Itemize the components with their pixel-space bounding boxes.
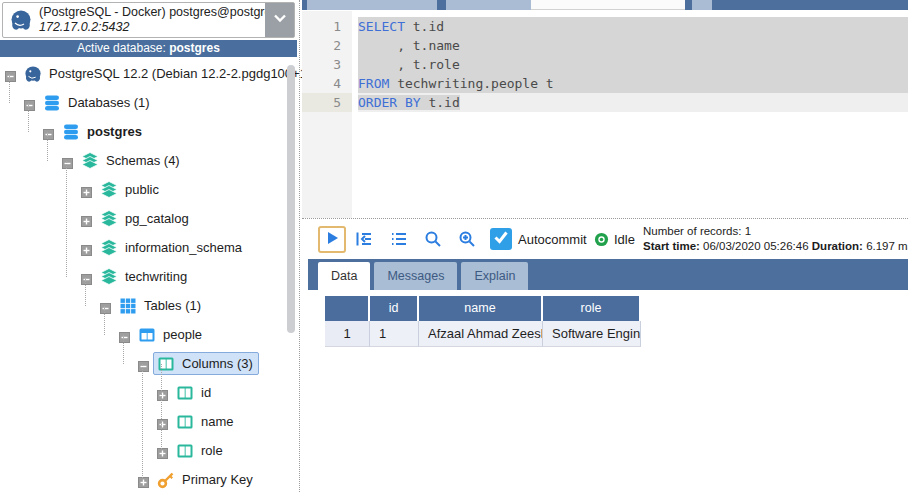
tree-scrollbar[interactable] [287,65,295,333]
tree-node[interactable]: public [96,178,165,201]
tree-item-people[interactable]: people [0,320,297,349]
tree-node[interactable]: Primary Key [153,468,259,491]
column-header-role[interactable]: role [543,296,641,321]
collapse-toggle-icon[interactable] [81,271,92,282]
active-database-name: postgres [169,41,220,55]
tree-node[interactable]: id [172,381,217,404]
search-button[interactable] [423,229,443,249]
collapse-toggle-icon[interactable] [138,358,149,369]
tree-node[interactable]: information_schema [96,236,248,259]
tree-item-postgres[interactable]: postgres [0,117,297,146]
column-header-name[interactable]: name [419,296,543,321]
editor-tab-fragment[interactable] [692,0,712,10]
line-number: 1 [302,17,352,36]
tree-item-public[interactable]: public [0,175,297,204]
autocommit-checkbox[interactable] [490,228,512,250]
postgresql-icon [24,65,42,83]
tree-node[interactable]: PostgreSQL 12.2 (Debian 12.2-2.pgdg100+1… [20,62,317,85]
tree-item-tables-1[interactable]: Tables (1) [0,291,297,320]
editor-code-area[interactable]: SELECT t.id , t.name , t.roleFROM techwr… [358,11,908,218]
tree-item-id[interactable]: id [0,378,297,407]
tree-item-label: pg_catalog [125,211,189,226]
tree-item-label: Columns (3) [182,356,253,371]
postgresql-logo-icon [9,8,33,32]
query-info: Number of records: 1 Start time: 06/03/2… [643,224,908,254]
schema-icon [81,152,99,170]
table-cell[interactable]: Software Engineer [543,321,641,347]
expand-toggle-icon[interactable] [81,184,92,195]
table-corner-cell [325,296,370,321]
collapse-toggle-icon[interactable] [24,97,35,108]
collapse-toggle-icon[interactable] [62,155,73,166]
zoom-in-button[interactable] [457,229,477,249]
tree-node[interactable]: name [172,410,240,433]
execute-to-editor-button[interactable] [354,229,374,249]
tree-node[interactable]: role [172,439,229,462]
results-tab-messages[interactable]: Messages [374,262,457,290]
connection-selector[interactable]: (PostgreSQL - Docker) postgres@postgres … [2,2,295,38]
collapse-toggle-icon[interactable] [43,126,54,137]
tree-guide-line [123,335,124,364]
run-query-button[interactable] [318,226,346,253]
tree-node[interactable]: Schemas (4) [77,149,186,172]
editor-tab-strip[interactable] [302,0,908,10]
code-line[interactable]: , t.name [358,36,908,55]
tree-item-role[interactable]: role [0,436,297,465]
table-cell[interactable]: 1 [370,321,419,347]
sql-editor[interactable]: 12345 SELECT t.id , t.name , t.roleFROM … [302,11,908,218]
tree-item-schemas-4[interactable]: Schemas (4) [0,146,297,175]
table-icon [138,326,156,344]
editor-gutter: 12345 [302,11,352,218]
tree-item-postgresql-12-2-debian-12-2-2-pgdg100-1[interactable]: PostgreSQL 12.2 (Debian 12.2-2.pgdg100+1… [0,59,297,88]
connection-dropdown-button[interactable] [265,3,294,37]
column-header-id[interactable]: id [370,296,419,321]
expand-toggle-icon[interactable] [81,213,92,224]
collapse-toggle-icon[interactable] [5,68,16,79]
duration-value: 6.197 ms [866,240,908,252]
code-line[interactable]: SELECT t.id [358,17,908,36]
tree-item-techwriting[interactable]: techwriting [0,262,297,291]
panel-splitter[interactable] [299,0,300,492]
connection-address: 172.17.0.2:5432 [39,20,278,35]
tree-node[interactable]: Columns (3) [153,352,259,375]
tree-node[interactable]: Tables (1) [115,294,207,317]
code-line[interactable]: , t.role [358,55,908,74]
tree-node[interactable]: techwriting [96,265,193,288]
row-number-cell[interactable]: 1 [325,321,370,347]
code-line[interactable]: ORDER BY t.id [358,93,908,112]
expand-toggle-icon[interactable] [138,474,149,485]
tree-item-name[interactable]: name [0,407,297,436]
results-tab-explain[interactable]: Explain [461,262,528,290]
tree-guide-line [104,306,105,335]
app-window: (PostgreSQL - Docker) postgres@postgres … [0,0,908,492]
tree-item-information-schema[interactable]: information_schema [0,233,297,262]
expand-toggle-icon[interactable] [157,387,168,398]
sql-keyword: ORDER BY [358,95,421,110]
tree-node[interactable]: Databases (1) [39,91,156,114]
connection-title-block: (PostgreSQL - Docker) postgres@postgres … [39,5,278,35]
expand-toggle-icon[interactable] [81,242,92,253]
result-list-button[interactable] [389,229,409,249]
editor-tab-fragment[interactable] [446,0,531,10]
tree-item-databases-1[interactable]: Databases (1) [0,88,297,117]
sql-text: t.id [421,95,460,110]
tree-guide-line [66,161,67,277]
table-row[interactable]: 11Afzaal Ahmad ZeeshanSoftware Engineer [325,321,641,347]
collapse-toggle-icon[interactable] [119,329,130,340]
code-line[interactable]: FROM techwriting.people t [358,74,908,93]
expand-toggle-icon[interactable] [157,416,168,427]
editor-tab-fragment[interactable] [307,0,437,10]
tree-node[interactable]: pg_catalog [96,207,195,230]
tree-item-columns-3[interactable]: Columns (3) [0,349,297,378]
results-tab-data[interactable]: Data [318,262,370,290]
line-number: 2 [302,36,352,55]
tree-node[interactable]: postgres [58,120,148,143]
expand-toggle-icon[interactable] [157,445,168,456]
chevron-down-icon [272,10,288,30]
tree-item-pg-catalog[interactable]: pg_catalog [0,204,297,233]
tree-item-primary-key[interactable]: Primary Key [0,465,297,492]
table-cell[interactable]: Afzaal Ahmad Zeeshan [419,321,543,347]
tree-node[interactable]: people [134,323,208,346]
collapse-toggle-icon[interactable] [100,300,111,311]
tree-guide-line [28,103,29,132]
